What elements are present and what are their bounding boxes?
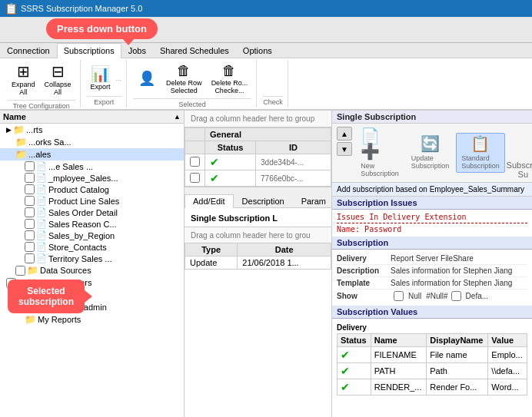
show-defa-checkbox[interactable] xyxy=(451,291,461,301)
tree-item[interactable]: 📄 Sales Order Detail xyxy=(0,207,184,218)
row-value: Emplo... xyxy=(488,347,527,363)
subscription-section: Delivery Report Server FileShare Descrip… xyxy=(332,250,532,306)
tree-checkbox[interactable] xyxy=(25,242,35,252)
tree-item-selected[interactable]: 📁 ...ales xyxy=(0,148,184,161)
col-displayname[interactable]: DisplayName xyxy=(427,334,488,347)
collapse-all-label: CollapseAll xyxy=(45,81,71,96)
show-hash-text: #Null# xyxy=(426,292,447,300)
standard-subscription-icon: 📋 xyxy=(470,136,490,151)
tree-item[interactable]: 📄 Territory Sales ... xyxy=(0,253,184,264)
sub-val-row[interactable]: ✔ RENDER_... Render Fo... Word... xyxy=(337,379,527,395)
app-icon: 📋 xyxy=(5,2,18,15)
show-null-checkbox[interactable] xyxy=(394,291,404,301)
tab-param[interactable]: Param xyxy=(293,194,332,207)
tree-item-label: ...ales xyxy=(28,150,51,159)
right-ribbon: ▲ ▼ 📄➕ NewSubscription 🔄 UpdateSubscript… xyxy=(332,124,532,183)
tree-checkbox[interactable] xyxy=(25,161,35,171)
row-display: File name xyxy=(427,347,488,363)
export-button[interactable]: 📊 Export xyxy=(87,64,115,93)
col-type[interactable]: Type xyxy=(185,243,238,256)
row-checkbox[interactable] xyxy=(190,173,200,183)
standard-subscription-button[interactable]: 📋 StandardSubscription xyxy=(456,133,504,173)
col-date[interactable]: Date xyxy=(238,243,331,256)
file-icon: 📄 xyxy=(36,219,47,229)
delete-row-selected-button[interactable]: 🗑 Delete RowSelected xyxy=(162,61,206,97)
tab-add-edit[interactable]: Add/Edit xyxy=(185,194,234,208)
tab-options[interactable]: Options xyxy=(236,43,279,58)
tree-checkbox[interactable] xyxy=(25,184,35,194)
issue-line2: Name: Password xyxy=(337,225,527,233)
center-tabs: Add/Edit Description Param xyxy=(185,194,331,208)
col-status[interactable]: Status xyxy=(337,334,371,347)
subscription-section-header: Subscription xyxy=(332,237,532,250)
tree-item[interactable]: 📄 Store_Contacts xyxy=(0,241,184,253)
tree-item-label: Product Catalog xyxy=(48,185,109,194)
nav-down-button[interactable]: ▼ xyxy=(337,142,352,156)
col-id[interactable]: ID xyxy=(256,141,331,154)
new-subscription-button[interactable]: 📄➕ NewSubscription xyxy=(355,125,404,180)
add-subscription-hint: Add subscription based on Employee_Sales… xyxy=(332,183,532,197)
add-user-button[interactable]: 👤 xyxy=(133,69,161,89)
horizontal-scrollbar[interactable] xyxy=(185,187,331,194)
row-checkbox[interactable] xyxy=(190,157,200,167)
delete-row-checked-label: Delete Ro...Checke... xyxy=(211,79,248,94)
tree-item[interactable]: 📁 Data Sources xyxy=(0,264,184,276)
status-icon: ✔ xyxy=(341,381,350,393)
tree-name-label: Name xyxy=(3,112,26,121)
tree-container[interactable]: ▶ 📁 ...rts 📁 ...orks Sa... 📁 ...ales 📄 .… xyxy=(0,124,184,417)
tree-item[interactable]: 📁 ...orks Sa... xyxy=(0,136,184,148)
tree-item-label: Sales Order Detail xyxy=(48,208,118,217)
issues-separator xyxy=(337,223,527,223)
tab-shared-schedules[interactable]: Shared Schedules xyxy=(153,43,236,58)
tree-item[interactable]: 📄 _mployee_Sales... xyxy=(0,172,184,184)
tree-checkbox[interactable] xyxy=(15,266,25,276)
sub-val-delivery-label: Delivery xyxy=(337,322,527,333)
export-buttons: 📊 Export ... xyxy=(87,61,122,94)
tab-subscriptions[interactable]: Subscriptions xyxy=(57,43,121,58)
tree-item[interactable]: 📄 Product Line Sales xyxy=(0,195,184,207)
tooltip-area: Press down button xyxy=(0,17,532,43)
tree-checkbox[interactable] xyxy=(25,230,35,240)
subscription-label-short: Su xyxy=(518,170,528,179)
nav-up-button[interactable]: ▲ xyxy=(337,127,352,141)
export-group-label: Export xyxy=(87,96,122,106)
table-row[interactable]: ✔ 3dde34b4-... xyxy=(185,154,331,170)
tree-item[interactable]: 📄 Product Catalog xyxy=(0,184,184,195)
collapse-all-button[interactable]: ⊟ CollapseAll xyxy=(41,61,75,98)
tree-item[interactable]: 📄 Sales_by_Region xyxy=(0,230,184,241)
update-subscription-button[interactable]: 🔄 UpdateSubscription xyxy=(406,133,454,173)
tab-description[interactable]: Description xyxy=(234,194,293,207)
tree-item[interactable]: 📁 My Reports xyxy=(0,313,184,326)
col-value[interactable]: Value xyxy=(488,334,527,347)
drag-column-header-hint2: Drag a column header here to grou xyxy=(185,227,331,243)
tree-checkbox[interactable] xyxy=(25,219,35,229)
tree-item[interactable]: ▶ 📁 ...rts xyxy=(0,124,184,136)
delete-row-checked-button[interactable]: 🗑 Delete Ro...Checke... xyxy=(208,61,252,97)
general-table: General Status ID ✔ 3dde34b4-... xyxy=(185,127,331,187)
sub-val-row[interactable]: ✔ FILENAME File name Emplo... xyxy=(337,347,527,363)
tree-checkbox[interactable] xyxy=(25,253,35,263)
status-icon: ✔ xyxy=(341,349,350,361)
row-id: 3dde34b4-... xyxy=(261,158,304,167)
col-status[interactable]: Status xyxy=(205,141,256,154)
file-icon: 📄 xyxy=(36,242,47,252)
expand-all-button[interactable]: ⊞ ExpandAll xyxy=(8,61,39,98)
tree-item[interactable]: 📄 Sales Reason C... xyxy=(0,218,184,230)
tree-item[interactable]: 📄 ...e Sales ... xyxy=(0,161,184,172)
sub-val-row[interactable]: ✔ PATH Path \\defa... xyxy=(337,363,527,379)
tree-checkbox[interactable] xyxy=(25,207,35,217)
table-row[interactable]: ✔ 7766e0bc-... xyxy=(185,170,331,187)
row-date: 21/06/2018 1... xyxy=(238,256,331,270)
tree-checkbox[interactable] xyxy=(25,173,35,183)
issues-section: Issues In Delivery Extension Name: Passw… xyxy=(332,210,532,237)
tab-connection[interactable]: Connection xyxy=(0,43,57,58)
tree-checkbox[interactable] xyxy=(25,196,35,206)
template-label: Template xyxy=(337,279,391,287)
delivery-row: Delivery Report Server FileShare xyxy=(337,253,527,265)
file-icon: 📄 xyxy=(36,207,47,217)
table-row[interactable]: Update 21/06/2018 1... xyxy=(185,256,331,270)
center-panel: Drag a column header here to group Gener… xyxy=(185,111,332,417)
subscription-group-label: Subscription Su xyxy=(507,161,532,180)
col-name[interactable]: Name xyxy=(371,334,427,347)
template-row: Template Sales information for Stephen J… xyxy=(337,277,527,290)
